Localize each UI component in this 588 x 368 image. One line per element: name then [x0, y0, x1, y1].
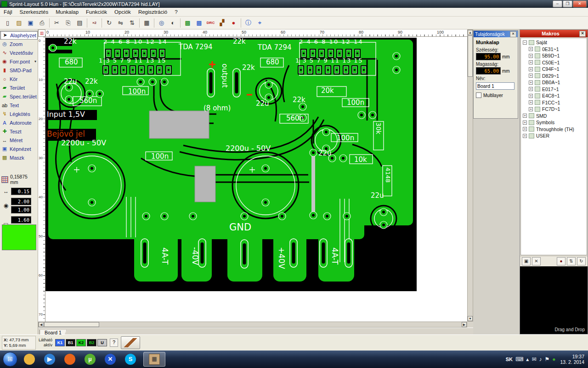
- horizontal-scrollbar[interactable]: ◀ ▶: [38, 322, 467, 328]
- macro-sort-icon[interactable]: ⇅: [567, 257, 576, 265]
- vertical-scrollbar[interactable]: ▲ ▼: [467, 29, 473, 322]
- layer-color-swatch[interactable]: [2, 224, 36, 250]
- expand-icon[interactable]: +: [529, 107, 533, 111]
- tool-area[interactable]: ▰Terület: [0, 83, 38, 92]
- start-button[interactable]: ⊞: [3, 352, 17, 367]
- copper-top-icon[interactable]: ▩: [182, 17, 193, 29]
- pad-drill-value[interactable]: 1.00: [11, 206, 31, 213]
- hidden-icons-arrow[interactable]: ▴: [526, 356, 529, 362]
- vertical-scroll-thumb[interactable]: [468, 35, 473, 77]
- macro-tree-item-0e31-1[interactable]: +0E31~1: [521, 46, 587, 53]
- copper-bottom-icon[interactable]: ▩: [193, 17, 205, 29]
- width-value[interactable]: 95.00: [476, 53, 501, 60]
- macro-tree-item-f1cc-1[interactable]: +F1CC~1: [521, 99, 587, 106]
- mirror-vertical-icon[interactable]: ⇅: [126, 17, 138, 29]
- sprint-layout-window-button[interactable]: ▦: [143, 352, 165, 367]
- macro-tree-item-e017-1[interactable]: +E017~1: [521, 86, 587, 93]
- flag-icon[interactable]: ⚑: [544, 356, 549, 362]
- keyboard-icon[interactable]: ⌨: [515, 356, 523, 362]
- tool-zoom[interactable]: ◎Zoom: [0, 40, 38, 48]
- menu-item-?[interactable]: ?: [171, 8, 181, 16]
- macro-tree-item-c94f-1[interactable]: +C94F~1: [521, 66, 587, 73]
- close-icon[interactable]: ✕: [510, 31, 516, 37]
- solder-side-button[interactable]: [121, 336, 140, 349]
- menu-item-f-jl[interactable]: Fájl: [0, 8, 16, 16]
- layer-button-b2[interactable]: B2: [87, 339, 96, 346]
- macro-tree-item-throughhole-th[interactable]: +Throughhole (TH): [521, 126, 587, 133]
- duplicate-icon[interactable]: ×2: [89, 17, 100, 29]
- macro-tree-item-d829-1[interactable]: +D829~1: [521, 73, 587, 80]
- layer-button-u[interactable]: U: [97, 339, 107, 346]
- expand-icon[interactable]: +: [523, 114, 527, 118]
- expand-icon[interactable]: +: [523, 127, 527, 131]
- contrast-icon[interactable]: ◐: [167, 17, 179, 29]
- macro-preview[interactable]: Drag and Drop: [520, 266, 588, 334]
- zoom-icon[interactable]: ◎: [156, 17, 167, 29]
- macro-tree-item-saj-t[interactable]: −Saját: [521, 39, 587, 46]
- menu-item-szerkeszt-s[interactable]: Szerkesztés: [16, 8, 52, 16]
- macro-tree-item-db0a-1[interactable]: +DB0A~1: [521, 79, 587, 86]
- menu-item-regisztr-ci[interactable]: Regisztráció: [135, 8, 171, 16]
- macro-tree-item-fc7d-1[interactable]: +FC7D~1: [521, 106, 587, 113]
- cut-icon[interactable]: ✂: [51, 17, 62, 29]
- tool-smd-pad[interactable]: ▮SMD-Pad: [0, 66, 38, 75]
- macro-tree-item-symbols[interactable]: +Symbols: [521, 119, 587, 126]
- tool-special-area[interactable]: ▰Spec.terület: [0, 92, 38, 101]
- close-button[interactable]: ✕: [573, 0, 587, 7]
- rotate-icon[interactable]: ↻: [103, 17, 115, 29]
- print-icon[interactable]: ⎙: [36, 17, 48, 29]
- macro-tree-item-5b9d-1[interactable]: +5B9D~1: [521, 52, 587, 59]
- utorrent-icon[interactable]: µ: [82, 352, 98, 366]
- multilayer-option[interactable]: Multilayer: [474, 90, 518, 100]
- volume-icon[interactable]: ♪: [539, 356, 542, 362]
- mirror-horizontal-icon[interactable]: ⇋: [115, 17, 126, 29]
- minimize-button[interactable]: –: [553, 0, 562, 7]
- expand-icon[interactable]: +: [529, 54, 533, 58]
- horizontal-scroll-thumb[interactable]: [44, 322, 99, 327]
- info-icon[interactable]: ⓘ: [243, 17, 254, 29]
- layer-button-b1[interactable]: B1: [66, 339, 75, 346]
- macro-refresh-icon[interactable]: ↻: [577, 257, 586, 265]
- eset-icon[interactable]: ●: [552, 356, 555, 362]
- track-width-value[interactable]: 0.15: [11, 188, 31, 195]
- title-bar[interactable]: Sprint-Layout 5.0 Hun - [E:\Öcsi\Tervek\…: [0, 0, 588, 8]
- scroll-down-icon[interactable]: ▼: [468, 316, 473, 321]
- macro-tree-item-user[interactable]: +USER: [521, 132, 587, 139]
- clock[interactable]: 19:37 13. 2. 2014: [560, 354, 584, 365]
- macros-title-bar[interactable]: Makros ✕: [520, 30, 588, 37]
- pad-outer-value[interactable]: 2.00: [11, 198, 31, 205]
- tool-airwire[interactable]: ↯Légkötés: [0, 109, 38, 118]
- tool-autoroute[interactable]: AAutoroute: [0, 118, 38, 127]
- media-player-icon[interactable]: ▶: [41, 352, 58, 366]
- chevron-down-icon[interactable]: ▾: [34, 59, 36, 63]
- expand-icon[interactable]: +: [529, 80, 533, 85]
- tool-test[interactable]: ✚Teszt: [0, 127, 38, 136]
- new-icon[interactable]: ▯: [2, 17, 13, 29]
- multilayer-checkbox[interactable]: [476, 92, 481, 98]
- copy-icon[interactable]: ⎘: [62, 17, 74, 29]
- expand-icon[interactable]: +: [529, 74, 533, 78]
- macro-delete-icon[interactable]: ✕: [532, 257, 541, 265]
- macro-tree-item-e4c8-1[interactable]: +E4C8~1: [521, 92, 587, 99]
- collapse-icon[interactable]: −: [523, 40, 527, 45]
- tool-measure[interactable]: ↔Méret: [0, 136, 38, 144]
- firefox-icon[interactable]: [62, 352, 78, 366]
- message-icon[interactable]: ✉: [531, 356, 536, 362]
- close-icon[interactable]: ✕: [579, 31, 586, 37]
- ruler-corner-icon[interactable]: ▥: [38, 29, 45, 37]
- tool-circle[interactable]: ○Kör: [0, 75, 38, 83]
- tool-photoview[interactable]: ▣Képnézet: [0, 144, 38, 153]
- expand-icon[interactable]: +: [529, 60, 533, 64]
- drc-icon[interactable]: DRC: [205, 17, 216, 29]
- menu-item-funkci-k[interactable]: Funkciók: [82, 8, 111, 16]
- scroll-left-icon[interactable]: ◀: [39, 322, 44, 327]
- board-name-input[interactable]: [476, 82, 514, 90]
- crosshair-icon[interactable]: ⌖: [254, 17, 266, 29]
- expand-icon[interactable]: +: [529, 87, 533, 91]
- expand-icon[interactable]: +: [529, 100, 533, 104]
- properties-title-bar[interactable]: Tulajdonságok ✕: [474, 31, 518, 37]
- hot-icon[interactable]: ●: [228, 17, 239, 29]
- expand-icon[interactable]: +: [523, 121, 527, 125]
- scroll-right-icon[interactable]: ▶: [462, 322, 467, 327]
- expand-icon[interactable]: +: [529, 94, 533, 98]
